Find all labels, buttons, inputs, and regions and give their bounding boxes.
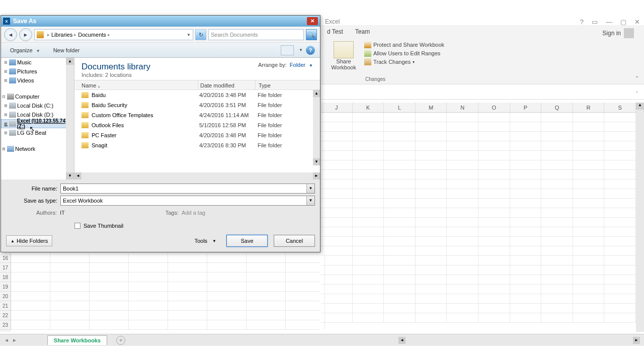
tab-team[interactable]: Team [355, 28, 370, 38]
ribbon-display-icon[interactable]: ▭ [592, 18, 598, 26]
row-header[interactable]: 20 [0, 292, 11, 301]
folder-icon [82, 132, 89, 138]
list-item[interactable]: Baidu Security4/20/2016 3:51 PMFile fold… [74, 100, 320, 110]
formula-bar[interactable]: ⌄ [321, 84, 644, 100]
row-header[interactable]: 21 [0, 301, 11, 311]
scroll-down-icon[interactable]: ▼ [66, 172, 74, 179]
share-workbook-icon[interactable] [334, 41, 354, 58]
file-list-hscrollbar[interactable]: ◄► [74, 172, 320, 179]
scroll-up-icon[interactable]: ▲ [66, 58, 74, 65]
cancel-button[interactable]: Cancel [274, 235, 315, 247]
list-item[interactable]: Outlook Files5/1/2016 12:58 PMFile folde… [74, 120, 320, 130]
tab-load-test[interactable]: d Test [327, 28, 343, 38]
column-headers: J K L M N O P Q R S [321, 103, 636, 113]
organize-button[interactable]: Organize ▼ [6, 46, 44, 55]
view-options-button[interactable] [281, 45, 294, 55]
spreadsheet-grid-left[interactable] [11, 253, 320, 332]
list-item[interactable]: Baidu4/20/2016 3:48 PMFile folder [74, 90, 320, 100]
list-item[interactable]: Custom Office Templates4/24/2016 11:14 A… [74, 110, 320, 120]
tree-item-videos[interactable]: ⊞Videos [1, 76, 74, 85]
track-changes-button[interactable]: Track Changes ▾ [364, 58, 444, 65]
column-header[interactable]: O [478, 103, 510, 112]
minimize-icon[interactable]: — [606, 18, 612, 26]
dropdown-icon[interactable]: ▼ [306, 196, 314, 205]
row-header[interactable]: 18 [0, 273, 11, 282]
scroll-right-icon[interactable]: ► [633, 337, 640, 344]
tree-item-network-drive[interactable]: ⊞Excel (\\10.123.55.74) (Z:) [1, 119, 74, 128]
row-header[interactable]: 17 [0, 263, 11, 273]
spreadsheet-grid[interactable] [321, 113, 636, 332]
file-list-scrollbar[interactable]: ▲ ▼ [313, 90, 320, 165]
tags-input[interactable]: Add a tag [182, 210, 205, 216]
sheet-tab-active[interactable]: Share Workbooks [47, 335, 107, 345]
tree-item-phone[interactable]: ⊞LG G3 Beat [1, 128, 74, 137]
new-folder-button[interactable]: New folder [53, 47, 80, 53]
column-header[interactable]: J [321, 103, 353, 112]
column-header-type[interactable]: Type [256, 80, 320, 89]
row-header[interactable]: 23 [0, 320, 11, 330]
list-item[interactable]: Snagit4/23/2016 8:30 PMFile folder [74, 140, 320, 150]
sheet-nav-prev-icon[interactable]: ◄ [4, 337, 9, 343]
hide-folders-button[interactable]: ▲ Hide Folders [6, 235, 52, 246]
nav-forward-button[interactable]: ► [19, 28, 32, 41]
collapse-ribbon-icon[interactable]: ⌃ [635, 75, 639, 81]
close-dialog-button[interactable]: ✕ [307, 17, 318, 25]
changes-group-label: Changes [345, 76, 406, 82]
new-sheet-button[interactable]: + [116, 336, 125, 345]
refresh-button[interactable]: ↻ [195, 29, 206, 40]
tree-item-drive-c[interactable]: ⊞Local Disk (C:) [1, 101, 74, 110]
sheet-nav-next-icon[interactable]: ► [12, 337, 17, 343]
expand-formula-icon[interactable]: ⌄ [635, 88, 639, 94]
column-header[interactable]: R [573, 103, 605, 112]
search-input[interactable]: Search Documents [208, 29, 304, 40]
scroll-left-icon[interactable]: ◄ [398, 337, 406, 344]
vertical-scrollbar[interactable]: ▲ [636, 103, 644, 332]
column-header[interactable]: Q [541, 103, 573, 112]
close-window-icon[interactable]: ✕ [634, 18, 640, 26]
column-header[interactable]: S [604, 103, 636, 112]
tree-item-music[interactable]: ⊞Music [1, 58, 74, 67]
column-header-date[interactable]: Date modified [198, 80, 256, 89]
help-button[interactable]: ? [306, 46, 315, 55]
help-icon[interactable]: ? [580, 18, 584, 26]
library-title: Documents library [82, 62, 150, 72]
column-header[interactable]: P [510, 103, 542, 112]
save-as-type-label: Save as type: [6, 198, 60, 204]
horizontal-scrollbar[interactable]: ◄ ► [398, 337, 640, 344]
column-header-name[interactable]: Name▴ [74, 80, 198, 89]
nav-scrollbar[interactable]: ▲ ▼ [66, 58, 74, 179]
save-thumbnail-checkbox[interactable] [74, 223, 80, 229]
folder-icon [82, 142, 89, 148]
file-name-input[interactable]: Book1▼ [60, 184, 315, 194]
arrange-by-value[interactable]: Folder ▼ [290, 62, 313, 68]
nav-back-button[interactable]: ◄ [4, 28, 17, 41]
column-header[interactable]: N [447, 103, 478, 112]
view-dropdown-icon[interactable]: ▼ [299, 48, 303, 52]
dropdown-icon[interactable]: ▼ [306, 184, 314, 193]
tree-item-pictures[interactable]: ⊞Pictures [1, 67, 74, 76]
maximize-icon[interactable]: ▢ [620, 18, 626, 26]
allow-edit-ranges-button[interactable]: Allow Users to Edit Ranges [364, 50, 444, 57]
dialog-title: Save As [13, 18, 36, 25]
row-header[interactable]: 22 [0, 311, 11, 320]
save-button[interactable]: Save [226, 235, 268, 247]
column-header[interactable]: M [416, 103, 447, 112]
save-as-type-select[interactable]: Excel Workbook▼ [60, 196, 315, 206]
tools-button[interactable]: Tools ▼ [190, 236, 220, 246]
column-header[interactable]: K [353, 103, 384, 112]
authors-value[interactable]: IT [60, 210, 65, 216]
tree-item-computer[interactable]: ⊟Computer [1, 92, 74, 101]
breadcrumb[interactable]: ▸ Libraries ▸ Documents ▸ ▼ [34, 29, 193, 40]
scroll-up-icon[interactable]: ▲ [636, 103, 644, 110]
folder-icon [82, 112, 89, 118]
tree-item-network[interactable]: ⊞Network [1, 144, 74, 153]
share-workbook-button[interactable]: Share Workbook [326, 58, 361, 70]
column-header[interactable]: L [384, 103, 416, 112]
search-button[interactable]: 🔍 [306, 29, 317, 40]
breadcrumb-dropdown-icon[interactable]: ▼ [187, 33, 191, 37]
list-item[interactable]: PC Faster4/20/2016 3:48 PMFile folder [74, 130, 320, 140]
sign-in-button[interactable]: Sign in [602, 28, 638, 38]
protect-share-button[interactable]: Protect and Share Workbook [364, 41, 444, 48]
row-header[interactable]: 19 [0, 282, 11, 292]
row-header[interactable]: 16 [0, 253, 11, 263]
